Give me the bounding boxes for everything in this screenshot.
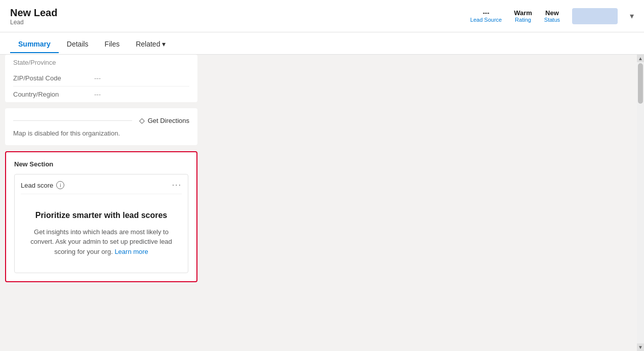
header-title-section: New Lead Lead bbox=[10, 7, 57, 26]
lead-score-header: Lead score i ··· bbox=[21, 181, 182, 194]
new-status-label: Status bbox=[544, 17, 560, 23]
promo-description: Get insights into which leads are most l… bbox=[29, 227, 174, 257]
zip-postal-label: ZIP/Postal Code bbox=[13, 74, 94, 82]
new-status-field[interactable]: New Status bbox=[544, 9, 560, 23]
get-directions-icon: ◇ bbox=[139, 116, 145, 124]
page-header: New Lead Lead --- Lead Source Warm Ratin… bbox=[0, 0, 644, 32]
scroll-down-button[interactable]: ▼ bbox=[637, 343, 644, 351]
promo-title: Prioritize smarter with lead scores bbox=[29, 210, 174, 221]
lead-source-field[interactable]: --- Lead Source bbox=[470, 9, 502, 23]
country-region-label: Country/Region bbox=[13, 91, 94, 98]
tab-files[interactable]: Files bbox=[97, 34, 128, 53]
country-region-row: Country/Region --- bbox=[13, 86, 189, 102]
tab-related-label: Related bbox=[136, 40, 160, 48]
lead-source-label: Lead Source bbox=[470, 17, 502, 23]
left-panel: State/Province ZIP/Postal Code --- Count… bbox=[0, 55, 203, 351]
nav-tabs-bar: Summary Details Files Related ▾ bbox=[0, 32, 644, 55]
scrollbar-thumb[interactable] bbox=[638, 63, 643, 104]
record-type-label: Lead bbox=[10, 19, 57, 26]
get-directions-label[interactable]: Get Directions bbox=[148, 117, 189, 124]
tab-files-label: Files bbox=[105, 40, 120, 48]
lead-source-value: --- bbox=[482, 9, 489, 17]
avatar bbox=[572, 8, 618, 24]
tab-summary-label: Summary bbox=[18, 40, 51, 48]
tab-summary[interactable]: Summary bbox=[10, 34, 59, 53]
scroll-up-button[interactable]: ▲ bbox=[637, 55, 644, 62]
zip-postal-row: ZIP/Postal Code --- bbox=[13, 70, 189, 86]
lead-score-card: Lead score i ··· Prioritize smarter with… bbox=[14, 174, 188, 273]
warm-rating-field[interactable]: Warm Rating bbox=[514, 9, 532, 23]
warm-rating-value: Warm bbox=[514, 9, 532, 17]
country-region-value: --- bbox=[94, 91, 101, 98]
new-section: New Section Lead score i ··· Prioritize … bbox=[8, 154, 194, 279]
address-card: State/Province ZIP/Postal Code --- Count… bbox=[5, 55, 197, 102]
related-dropdown-icon: ▾ bbox=[162, 40, 166, 48]
chevron-down-icon[interactable]: ▾ bbox=[630, 11, 634, 21]
tab-details-label: Details bbox=[67, 40, 89, 48]
tab-details[interactable]: Details bbox=[59, 34, 97, 53]
header-fields: --- Lead Source Warm Rating New Status ▾ bbox=[470, 8, 634, 24]
tab-related[interactable]: Related ▾ bbox=[128, 34, 174, 53]
more-options-button[interactable]: ··· bbox=[172, 181, 182, 190]
info-icon[interactable]: i bbox=[56, 181, 64, 189]
zip-postal-value: --- bbox=[94, 74, 101, 82]
warm-rating-label: Rating bbox=[515, 17, 531, 23]
page-title: New Lead bbox=[10, 7, 57, 19]
new-section-wrapper: New Section Lead score i ··· Prioritize … bbox=[5, 151, 197, 282]
state-province-label: State/Province bbox=[13, 59, 189, 70]
promo-description-text: Get insights into which leads are most l… bbox=[30, 228, 172, 255]
new-section-title: New Section bbox=[14, 160, 188, 168]
get-directions-row: ◇ Get Directions bbox=[13, 116, 189, 124]
lead-score-title-row: Lead score i bbox=[21, 181, 64, 189]
map-card: ◇ Get Directions Map is disabled for thi… bbox=[5, 108, 197, 145]
learn-more-link[interactable]: Learn more bbox=[114, 248, 148, 255]
right-panel bbox=[203, 55, 637, 351]
map-disabled-text: Map is disabled for this organization. bbox=[13, 129, 189, 137]
new-status-value: New bbox=[545, 9, 559, 17]
main-content: State/Province ZIP/Postal Code --- Count… bbox=[0, 55, 644, 351]
lead-score-promo: Prioritize smarter with lead scores Get … bbox=[21, 200, 182, 267]
scrollbar-track: ▲ ▼ bbox=[637, 55, 644, 351]
lead-score-title: Lead score bbox=[21, 182, 53, 189]
